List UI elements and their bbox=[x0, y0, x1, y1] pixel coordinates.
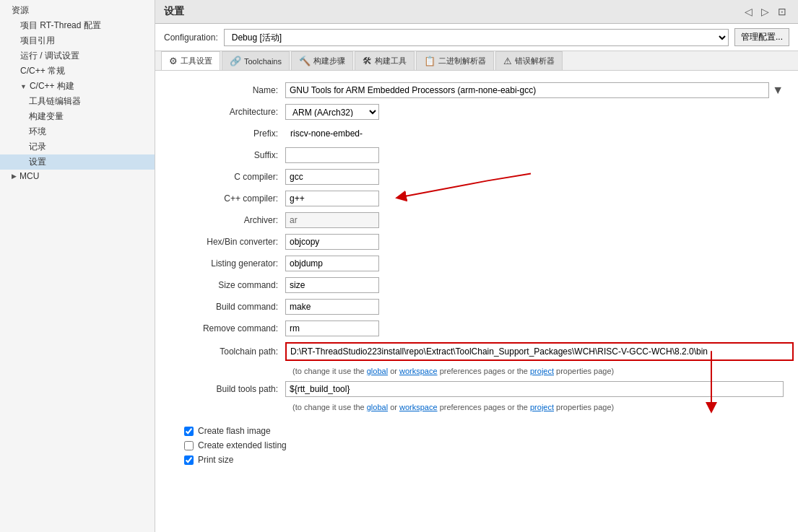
tab-error-parser[interactable]: ⚠ 错误解析器 bbox=[495, 51, 563, 70]
toolchain-path-input[interactable] bbox=[287, 344, 792, 359]
content-wrapper: Name: ▼ Architecture: ARM (AArch32) Pref… bbox=[155, 71, 798, 532]
build-tools-icon: 🛠 bbox=[363, 56, 372, 66]
suffix-label: Suffix: bbox=[170, 150, 285, 160]
binary-parser-icon: 📋 bbox=[424, 56, 435, 66]
global-link[interactable]: global bbox=[367, 367, 388, 375]
project-link[interactable]: project bbox=[530, 367, 554, 375]
remove-cmd-row: Remove command: bbox=[170, 320, 784, 336]
prefix-label: Prefix: bbox=[170, 128, 285, 139]
c-compiler-input[interactable] bbox=[285, 169, 379, 185]
build-cmd-input[interactable] bbox=[285, 299, 379, 315]
listing-gen-label: Listing generator: bbox=[170, 258, 285, 269]
suffix-input[interactable] bbox=[285, 147, 379, 163]
c-compiler-row: C compiler: bbox=[170, 169, 784, 185]
listing-gen-input[interactable] bbox=[285, 256, 379, 271]
page-title: 设置 bbox=[164, 5, 184, 18]
sidebar-item-label: 环境 bbox=[29, 126, 46, 136]
toolchain-path-wrapper bbox=[285, 342, 794, 361]
tab-label: 错误解析器 bbox=[515, 56, 555, 66]
tab-binary-parser[interactable]: 📋 二进制解析器 bbox=[416, 51, 494, 70]
sidebar-item-resources[interactable]: 资源 bbox=[0, 3, 155, 18]
arch-label: Architecture: bbox=[170, 107, 285, 117]
tab-build-steps[interactable]: 🔨 构建步骤 bbox=[291, 51, 353, 70]
hint-text-end: properties page) bbox=[554, 367, 614, 375]
build-tools-path-row: Build tools path: bbox=[170, 381, 784, 397]
cpp-compiler-row: C++ compiler: bbox=[170, 191, 784, 206]
back-button[interactable]: ◁ bbox=[742, 4, 755, 19]
expand-button[interactable]: ⊡ bbox=[775, 4, 789, 19]
tab-toolchains[interactable]: 🔗 Toolchains bbox=[222, 51, 290, 70]
create-extended-row: Create extended listing bbox=[184, 440, 784, 450]
project-link2[interactable]: project bbox=[530, 403, 554, 411]
tabs-bar: ⚙ 工具设置 🔗 Toolchains 🔨 构建步骤 🛠 构建工具 📋 二进制解… bbox=[155, 51, 798, 71]
print-size-checkbox[interactable] bbox=[184, 455, 194, 465]
sidebar-item-label: 运行 / 调试设置 bbox=[20, 51, 79, 61]
manage-config-button[interactable]: 管理配置... bbox=[734, 28, 789, 46]
name-input[interactable] bbox=[285, 82, 769, 98]
page-header: 设置 ◁ ▷ ⊡ bbox=[155, 0, 798, 24]
hint-text-or: or bbox=[388, 367, 399, 375]
sidebar-item-build-var[interactable]: 构建变量 bbox=[0, 109, 155, 124]
build-tools-path-input[interactable] bbox=[285, 381, 784, 397]
sidebar-item-mcu[interactable]: ▶ MCU bbox=[0, 170, 155, 183]
hex-bin-input[interactable] bbox=[285, 234, 379, 250]
sidebar-item-label: 工具链编辑器 bbox=[29, 96, 81, 106]
prefix-input[interactable] bbox=[285, 126, 379, 141]
sidebar-item-rt-thread-config[interactable]: 项目 RT-Thread 配置 bbox=[0, 18, 155, 33]
sidebar-item-env[interactable]: 环境 bbox=[0, 124, 155, 139]
sidebar-item-project-ref[interactable]: 项目引用 bbox=[0, 33, 155, 48]
hex-bin-row: Hex/Bin converter: bbox=[170, 234, 784, 250]
expand-triangle: ▶ bbox=[12, 173, 17, 180]
build-cmd-row: Build command: bbox=[170, 299, 784, 315]
archiver-label: Archiver: bbox=[170, 215, 285, 225]
sidebar-item-label: C/C++ 构建 bbox=[30, 80, 74, 92]
suffix-row: Suffix: bbox=[170, 147, 784, 163]
hint-text-or3: or bbox=[388, 403, 399, 411]
tab-tool-settings[interactable]: ⚙ 工具设置 bbox=[161, 51, 220, 71]
forward-button[interactable]: ▷ bbox=[758, 4, 772, 19]
global-link2[interactable]: global bbox=[367, 403, 388, 411]
remove-cmd-input[interactable] bbox=[285, 320, 379, 336]
sidebar-item-log[interactable]: 记录 bbox=[0, 139, 155, 154]
print-size-row: Print size bbox=[184, 455, 784, 465]
sidebar-item-label: 项目 RT-Thread 配置 bbox=[20, 20, 101, 30]
build-cmd-label: Build command: bbox=[170, 302, 285, 312]
tab-label: 二进制解析器 bbox=[438, 56, 486, 66]
hex-bin-label: Hex/Bin converter: bbox=[170, 237, 285, 247]
prefix-row: Prefix: bbox=[170, 126, 784, 141]
cpp-compiler-label: C++ compiler: bbox=[170, 193, 285, 204]
size-cmd-input[interactable] bbox=[285, 277, 379, 293]
name-dropdown-arrow[interactable]: ▼ bbox=[772, 84, 784, 97]
tool-settings-icon: ⚙ bbox=[169, 56, 178, 66]
size-cmd-row: Size command: bbox=[170, 277, 784, 293]
size-cmd-label: Size command: bbox=[170, 280, 285, 290]
cpp-compiler-input[interactable] bbox=[285, 191, 379, 206]
name-row: Name: ▼ bbox=[170, 82, 784, 98]
build-tools-hint: (to change it use the global or workspac… bbox=[292, 403, 784, 411]
arch-select[interactable]: ARM (AArch32) bbox=[285, 104, 379, 120]
hint-text-before: (to change it use the bbox=[292, 367, 367, 375]
toolchain-path-row: Toolchain path: bbox=[170, 342, 784, 361]
sidebar-item-label: 资源 bbox=[12, 5, 29, 15]
hint-text-end2: properties page) bbox=[554, 403, 614, 411]
spacer bbox=[170, 417, 784, 426]
tab-build-tools[interactable]: 🛠 构建工具 bbox=[355, 51, 415, 70]
sidebar-item-run-debug[interactable]: 运行 / 调试设置 bbox=[0, 48, 155, 64]
sidebar-item-cpp-common[interactable]: C/C++ 常规 bbox=[0, 64, 155, 79]
config-dropdown[interactable]: Debug [活动] bbox=[224, 29, 729, 46]
tab-label: 构建步骤 bbox=[313, 56, 345, 66]
create-extended-checkbox[interactable] bbox=[184, 441, 194, 450]
main-panel: 设置 ◁ ▷ ⊡ Configuration: Debug [活动] 管理配置.… bbox=[155, 0, 798, 532]
archiver-input[interactable] bbox=[285, 212, 379, 228]
sidebar-item-settings[interactable]: 设置 bbox=[0, 154, 155, 170]
sidebar-item-cpp-build[interactable]: ▼ C/C++ 构建 bbox=[0, 79, 155, 94]
workspace-link[interactable]: workspace bbox=[399, 367, 438, 375]
workspace-link2[interactable]: workspace bbox=[399, 403, 438, 411]
arch-row: Architecture: ARM (AArch32) bbox=[170, 104, 784, 120]
sidebar-item-label: 设置 bbox=[29, 157, 46, 167]
build-tools-path-label: Build tools path: bbox=[170, 384, 285, 394]
toolchains-icon: 🔗 bbox=[230, 56, 241, 66]
sidebar-item-tool-editor[interactable]: 工具链编辑器 bbox=[0, 94, 155, 109]
create-flash-checkbox[interactable] bbox=[184, 427, 194, 436]
config-bar: Configuration: Debug [活动] 管理配置... bbox=[155, 24, 798, 51]
